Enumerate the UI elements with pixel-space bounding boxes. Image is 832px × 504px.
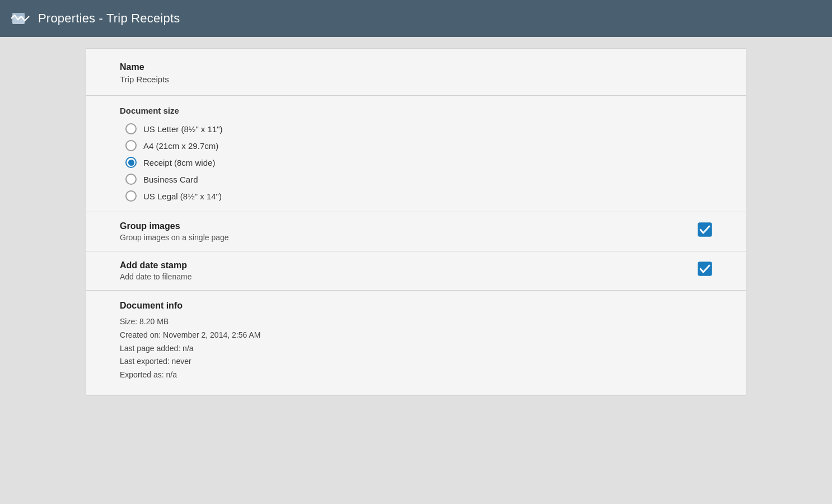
document-info-last-exported: Last exported: never [120, 355, 712, 368]
name-section: Name Trip Receipts [86, 49, 746, 96]
document-info-title: Document info [120, 301, 712, 311]
document-info-created: Created on: November 2, 2014, 2:56 AM [120, 329, 712, 342]
document-info-last-page: Last page added: n/a [120, 342, 712, 356]
add-date-stamp-text: Add date stamp Add date to filename [120, 260, 191, 281]
radio-group: US Letter (8½" x 11") A4 (21cm x 29.7cm)… [120, 123, 712, 202]
radio-us-legal[interactable]: US Legal (8½" x 14") [125, 190, 712, 202]
group-images-title: Group images [120, 221, 229, 231]
document-info-exported-as: Exported as: n/a [120, 368, 712, 382]
add-date-stamp-checkbox[interactable] [698, 262, 712, 276]
radio-business-card[interactable]: Business Card [125, 174, 712, 185]
header-title: Properties - Trip Receipts [38, 11, 180, 26]
add-date-stamp-description: Add date to filename [120, 272, 191, 281]
radio-us-letter-button[interactable] [125, 123, 137, 134]
radio-receipt-dot [128, 160, 134, 166]
radio-receipt-label: Receipt (8cm wide) [143, 158, 215, 167]
properties-card: Name Trip Receipts Document size US Lett… [86, 48, 746, 396]
document-info-section: Document info Size: 8.20 MB Created on: … [86, 291, 746, 395]
document-size-title: Document size [120, 106, 712, 115]
radio-us-legal-button[interactable] [125, 190, 137, 202]
radio-a4-label: A4 (21cm x 29.7cm) [143, 141, 218, 151]
radio-us-legal-label: US Legal (8½" x 14") [143, 192, 222, 201]
radio-us-letter-label: US Letter (8½" x 11") [143, 124, 223, 134]
group-images-checkbox[interactable] [698, 222, 712, 237]
radio-a4-button[interactable] [125, 140, 137, 151]
radio-us-letter[interactable]: US Letter (8½" x 11") [125, 123, 712, 134]
add-date-stamp-section: Add date stamp Add date to filename [86, 251, 746, 291]
group-images-section: Group images Group images on a single pa… [86, 212, 746, 251]
radio-a4[interactable]: A4 (21cm x 29.7cm) [125, 140, 712, 151]
app-header: Properties - Trip Receipts [0, 0, 832, 37]
group-images-text: Group images Group images on a single pa… [120, 221, 229, 242]
add-date-stamp-title: Add date stamp [120, 260, 191, 270]
group-images-description: Group images on a single page [120, 233, 229, 242]
radio-business-card-button[interactable] [125, 174, 137, 185]
app-logo-icon [10, 8, 30, 29]
radio-receipt[interactable]: Receipt (8cm wide) [125, 157, 712, 168]
name-value: Trip Receipts [120, 74, 712, 84]
radio-receipt-button[interactable] [125, 157, 137, 168]
document-size-section: Document size US Letter (8½" x 11") A4 (… [86, 96, 746, 212]
radio-business-card-label: Business Card [143, 175, 198, 184]
content-wrapper: Name Trip Receipts Document size US Lett… [0, 37, 832, 407]
document-info-size: Size: 8.20 MB [120, 315, 712, 329]
name-label: Name [120, 62, 712, 72]
